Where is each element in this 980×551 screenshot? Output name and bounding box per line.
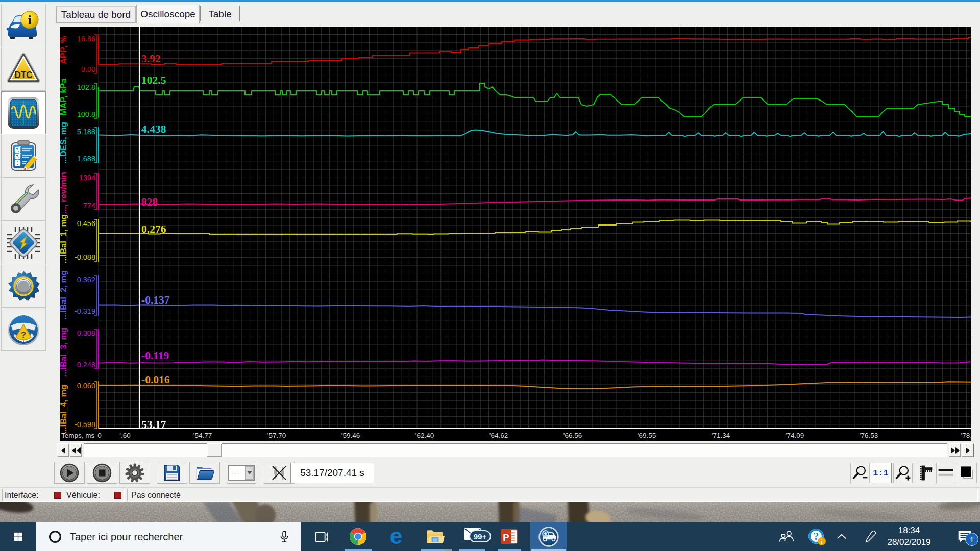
svg-text:'64.62: '64.62 — [489, 432, 508, 439]
svg-text:'71.34: '71.34 — [712, 432, 730, 439]
svg-text:'69.55: '69.55 — [638, 432, 656, 439]
svg-text:0.362: 0.362 — [77, 276, 95, 284]
svg-text:'59.46: '59.46 — [341, 432, 360, 439]
svg-text:'78,5: '78,5 — [961, 432, 971, 439]
svg-text:-0.137: -0.137 — [141, 294, 170, 306]
svg-text:'54.77: '54.77 — [193, 432, 212, 439]
svg-text:'76.53: '76.53 — [860, 432, 878, 439]
svg-text:'66.56: '66.56 — [564, 432, 582, 439]
svg-text:0.276: 0.276 — [141, 223, 166, 235]
svg-text:...lBal_1, mg: ...lBal_1, mg — [60, 214, 68, 263]
svg-text:-0.016: -0.016 — [141, 373, 170, 386]
svg-text:1.688: 1.688 — [77, 155, 95, 163]
svg-text:DTC: DTC — [15, 69, 33, 80]
svg-text:...lBal_2, mg: ...lBal_2, mg — [60, 270, 68, 319]
svg-text:'62.40: '62.40 — [415, 432, 434, 439]
svg-text:102.5: 102.5 — [141, 74, 166, 86]
svg-text:3.92: 3.92 — [141, 53, 161, 65]
svg-text:0.060: 0.060 — [77, 382, 95, 390]
svg-text:0.00: 0.00 — [81, 65, 95, 73]
svg-text:...lBal_4, mg: ...lBal_4, mg — [60, 385, 68, 434]
svg-text:16.86: 16.86 — [77, 35, 95, 43]
svg-text:0.308: 0.308 — [77, 329, 95, 337]
svg-text:...DES, mg: ...DES, mg — [60, 122, 68, 164]
svg-text:4.438: 4.438 — [141, 123, 166, 135]
svg-text:'.60: '.60 — [119, 432, 130, 439]
svg-text:'74.09: '74.09 — [786, 432, 804, 439]
svg-text:?: ? — [21, 331, 26, 339]
svg-text:MAP, kPa: MAP, kPa — [60, 78, 68, 116]
svg-text:i: i — [28, 13, 31, 28]
svg-text:-0.598: -0.598 — [75, 420, 95, 429]
svg-text:...lBal_3, mg: ...lBal_3, mg — [60, 328, 68, 377]
svg-text:1394: 1394 — [79, 173, 95, 182]
svg-text:102.8: 102.8 — [77, 83, 95, 91]
svg-text:-0.088: -0.088 — [75, 253, 95, 261]
svg-text:e: e — [390, 527, 403, 546]
svg-text:0: 0 — [97, 432, 102, 439]
svg-text:828: 828 — [141, 196, 158, 208]
svg-text:Temps, ms: Temps, ms — [61, 432, 95, 439]
svg-text:..., rev/min: ..., rev/min — [60, 172, 68, 214]
svg-text:53.17: 53.17 — [141, 418, 166, 431]
svg-text:774: 774 — [83, 202, 95, 210]
svg-text:-0.119: -0.119 — [141, 349, 169, 362]
svg-text:-0.319: -0.319 — [75, 307, 95, 315]
svg-text:100.8: 100.8 — [77, 110, 95, 118]
svg-text:APP, %: APP, % — [60, 36, 68, 64]
svg-text:P: P — [503, 532, 509, 543]
svg-text:-0.248: -0.248 — [75, 361, 95, 369]
svg-text:0.456: 0.456 — [77, 219, 95, 228]
svg-text:i: i — [821, 538, 823, 545]
svg-text:5.188: 5.188 — [77, 128, 95, 136]
svg-text:'57.70: '57.70 — [267, 432, 286, 439]
